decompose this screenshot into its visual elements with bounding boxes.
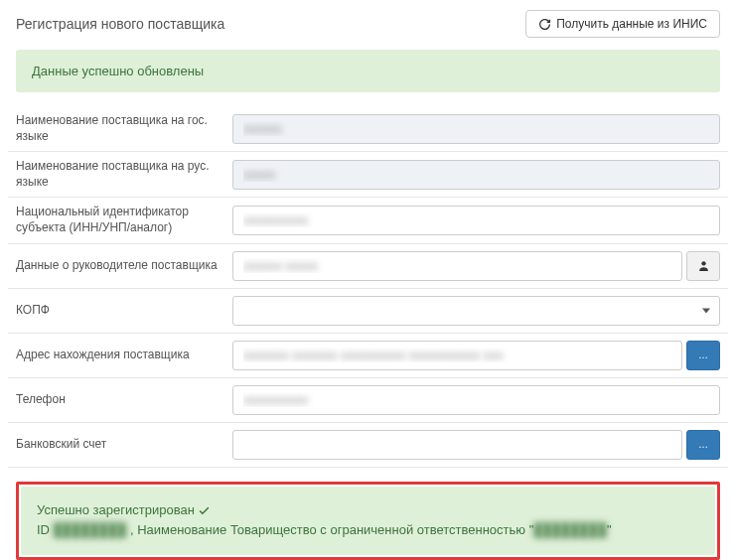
input-phone[interactable] [232, 385, 720, 415]
get-inis-data-button[interactable]: Получить данные из ИНИС [525, 10, 720, 38]
label-address: Адрес нахождения поставщика [16, 348, 224, 363]
result-mid: , Наименование Товарищество с ограниченн… [126, 522, 533, 537]
page-title: Регистрация нового поставщика [16, 16, 224, 32]
registration-result: Успешно зарегистрирован ID ████████ , На… [21, 487, 715, 556]
pick-manager-button[interactable] [686, 251, 720, 281]
row-name-gov: Наименование поставщика на гос. языке [8, 106, 728, 152]
alert-updated: Данные успешно обновлены [16, 50, 720, 92]
registration-result-highlight: Успешно зарегистрирован ID ████████ , На… [16, 482, 720, 560]
pick-address-button[interactable]: … [686, 341, 720, 370]
select-kopf[interactable] [232, 296, 720, 326]
input-national-id[interactable] [232, 206, 720, 235]
result-line1: Успешно зарегистрирован [37, 502, 195, 517]
row-phone: Телефон [8, 378, 728, 423]
label-bank: Банковский счет [16, 437, 224, 453]
input-bank[interactable] [232, 430, 682, 460]
result-name-value: ████████ [533, 522, 607, 537]
ellipsis-icon: … [698, 350, 708, 360]
label-national-id: Национальный идентификатор субъекта (ИНН… [16, 205, 224, 235]
label-phone: Телефон [16, 392, 224, 408]
check-icon [198, 504, 211, 517]
label-manager: Данные о руководителе поставщика [16, 258, 224, 274]
input-manager[interactable] [232, 251, 682, 281]
user-icon [697, 259, 710, 272]
row-kopf: КОПФ [8, 289, 728, 334]
row-address: Адрес нахождения поставщика … [8, 334, 728, 378]
svg-point-0 [701, 261, 705, 265]
row-name-rus: Наименование поставщика на рус. языке [8, 152, 728, 198]
row-manager: Данные о руководителе поставщика [8, 244, 728, 289]
ellipsis-icon: … [698, 439, 708, 450]
label-name-rus: Наименование поставщика на рус. языке [16, 159, 224, 190]
label-kopf: КОПФ [16, 303, 224, 319]
header-row: Регистрация нового поставщика Получить д… [8, 0, 728, 50]
input-name-rus[interactable] [232, 160, 720, 190]
input-address[interactable] [232, 341, 682, 370]
row-national-id: Национальный идентификатор субъекта (ИНН… [8, 198, 728, 243]
get-inis-data-label: Получить данные из ИНИС [556, 17, 707, 31]
result-id-value: ████████ [54, 522, 127, 537]
pick-bank-button[interactable]: … [686, 430, 720, 460]
result-suffix: " [607, 522, 612, 537]
result-id-prefix: ID [37, 522, 54, 537]
input-name-gov[interactable] [232, 114, 720, 144]
label-name-gov: Наименование поставщика на гос. языке [16, 113, 224, 144]
refresh-icon [538, 18, 551, 31]
row-bank: Банковский счет … [8, 423, 728, 468]
